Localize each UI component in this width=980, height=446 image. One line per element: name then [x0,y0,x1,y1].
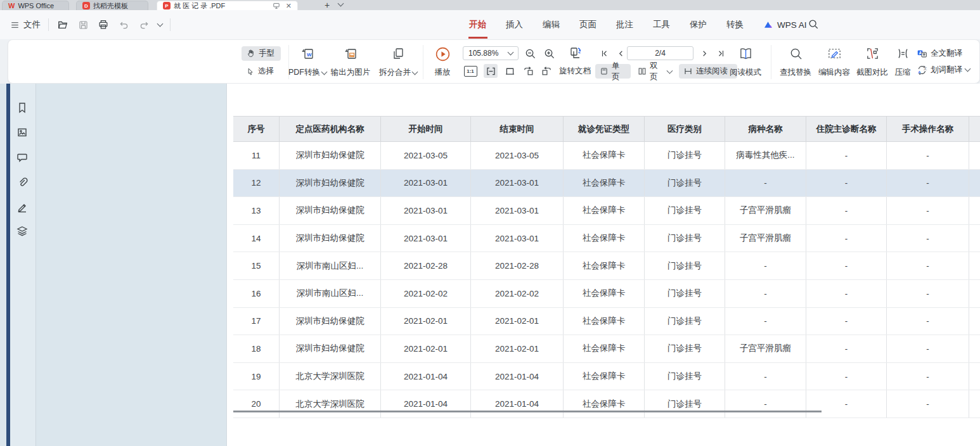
cell-diagnosis-name: - [806,280,887,307]
cell-institution: 深圳市南山区妇... [280,280,381,307]
first-page-icon[interactable] [597,46,611,60]
cell-extra [969,280,980,307]
menu-item[interactable]: 开始 [469,10,486,39]
tab-list-chevron-icon[interactable] [338,1,344,7]
attachment-icon[interactable] [16,176,29,189]
new-tab-button[interactable]: + [325,0,330,10]
fit-width-button[interactable] [484,64,498,78]
cell-disease-name: 子宫平滑肌瘤 [725,225,806,252]
cell-end-date: 2021-03-05 [471,142,564,169]
cell-extra [969,142,980,169]
cell-operation-name: - [887,197,969,224]
thumbnail-icon[interactable] [16,126,29,139]
cell-operation-name: - [887,252,969,279]
tab-pdf-document[interactable]: P 就 医 记 录 .PDF ✕ [157,1,298,10]
split-merge-button[interactable]: 拆分合并 [375,45,422,80]
select-tool-button[interactable]: 选择 [242,64,281,79]
menu-item[interactable]: 插入 [506,10,523,39]
save-icon[interactable] [77,18,89,31]
cell-seq: 13 [233,197,280,224]
menu-item[interactable]: 页面 [579,10,596,39]
file-menu-button[interactable]: 文件 [10,19,41,30]
previous-page-icon[interactable] [614,46,628,60]
content-area: 序号定点医药机构名称开始时间结束时间就诊凭证类型医疗类别病种名称住院主诊断名称手… [0,84,980,446]
cell-seq: 11 [233,142,280,169]
menu-item[interactable]: 保护 [690,10,707,39]
menu-item[interactable]: 批注 [616,10,633,39]
wps-logo-icon: W [8,2,15,10]
cell-start-date: 2021-02-01 [381,335,471,362]
signature-icon[interactable] [16,201,29,213]
cell-seq: 15 [233,252,280,279]
export-image-button[interactable]: 输出为图片 [327,45,374,80]
tab-wps-office[interactable]: W WPS Office [2,1,69,10]
open-file-icon[interactable] [56,18,69,31]
layers-icon[interactable] [16,225,29,238]
cell-end-date: 2021-03-01 [471,225,564,252]
chevron-down-icon [412,68,418,75]
cell-end-date: 2021-03-01 [471,170,564,197]
zoom-level-select[interactable]: 105.88% [463,46,519,60]
bookmark-icon[interactable] [16,101,29,114]
cell-diagnosis-name: - [806,170,887,197]
svg-text:文: 文 [924,66,927,70]
cell-institution: 深圳市妇幼保健院 [280,197,381,224]
redo-icon[interactable] [138,18,150,31]
close-tab-icon[interactable]: ✕ [286,2,292,10]
hand-tool-button[interactable]: 手型 [242,46,281,61]
single-page-button[interactable]: 单页 [595,64,631,79]
cell-seq: 20 [233,390,280,417]
edit-content-icon [827,46,842,61]
compress-button[interactable]: 压缩 [886,45,919,80]
menu-item[interactable]: 编辑 [543,10,560,39]
cell-disease-name: - [725,363,806,390]
menu-item[interactable]: 工具 [653,10,670,39]
zoom-out-icon[interactable] [523,46,537,60]
page-indicator-input[interactable]: 2/4 [627,46,693,60]
zoom-in-icon[interactable] [542,46,556,60]
undo-icon[interactable] [117,18,130,31]
cell-start-date: 2021-01-04 [381,363,471,390]
wps-ai-button[interactable]: WPS AI [763,10,807,39]
table-row: 20 北京大学深圳医院 2021-01-04 2021-01-04 社会保障卡 … [233,390,980,418]
cell-medical-category: 门诊挂号 [645,280,725,307]
full-translation-button[interactable]: A 全文翻译 [917,45,977,61]
single-page-icon [600,67,609,76]
cell-seq: 14 [233,225,280,252]
tab-label: 就 医 记 录 .PDF [174,1,225,11]
quick-access-chevron-icon[interactable] [157,21,164,27]
pdf-convert-icon: W [300,46,315,61]
cell-start-date: 2021-02-02 [381,280,471,307]
cell-extra [969,225,980,252]
actual-size-button[interactable]: 1:1 [463,64,477,78]
print-icon[interactable] [97,18,110,31]
comment-icon[interactable] [16,151,29,163]
search-icon[interactable] [808,18,819,30]
rotate-document-icon[interactable] [567,45,584,61]
reading-mode-button[interactable]: 阅读模式 [725,45,766,80]
monitor-icon[interactable] [273,2,280,10]
cell-disease-name: - [725,390,806,417]
menu-bar: 文件 开始插入编辑页面批注工具保护转换 WPS AI [0,10,980,39]
cell-diagnosis-name: - [806,197,887,224]
cell-extra [969,197,980,224]
rotate-left-icon[interactable] [522,64,536,78]
double-page-button[interactable]: 双页 [633,64,676,79]
svg-text:A: A [918,70,921,74]
pdf-convert-button[interactable]: W PDF转换 [284,45,331,80]
cell-operation-name: - [887,308,969,335]
cell-diagnosis-name: - [806,335,887,362]
next-page-icon[interactable] [697,46,711,60]
cell-end-date: 2021-02-28 [471,252,564,279]
cell-start-date: 2021-03-01 [381,170,471,197]
menu-item[interactable]: 转换 [726,10,744,39]
fit-page-button[interactable] [503,64,517,78]
rotate-right-icon[interactable] [539,64,553,78]
play-button[interactable]: 播放 [422,45,463,80]
word-translation-button[interactable]: A文 划词翻译 [917,61,977,78]
tab-docer-templates[interactable]: D 找稻壳模板 [76,1,148,10]
cell-operation-name: - [887,335,969,362]
cell-credential-type: 社会保障卡 [564,308,645,335]
rotate-document-button[interactable]: 旋转文档 [555,64,595,79]
cell-start-date: 2021-02-01 [381,308,471,335]
